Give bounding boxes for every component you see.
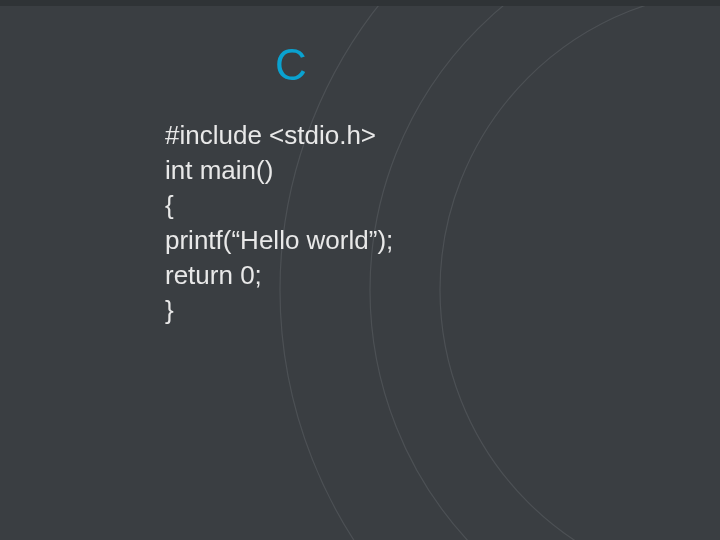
code-line-2: int main()	[165, 153, 720, 188]
code-line-5: return 0;	[165, 258, 720, 293]
code-line-1: #include <stdio.h>	[165, 118, 720, 153]
slide: C #include <stdio.h> int main() { printf…	[0, 0, 720, 540]
slide-title: C	[275, 40, 720, 90]
code-line-4: printf(“Hello world”);	[165, 223, 720, 258]
code-block: #include <stdio.h> int main() { printf(“…	[165, 118, 720, 329]
code-line-3: {	[165, 188, 720, 223]
code-line-6: }	[165, 293, 720, 328]
